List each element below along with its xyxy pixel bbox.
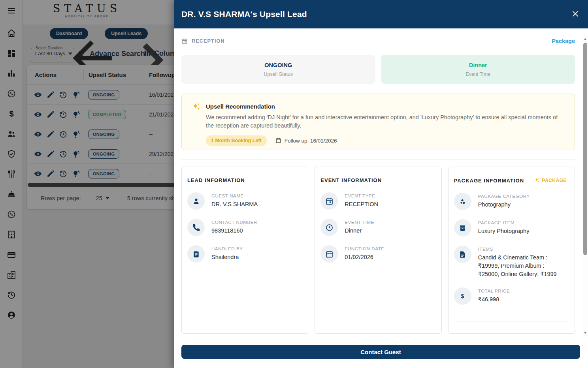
upsell-status-value: ONGOING bbox=[264, 62, 292, 68]
modal-title: DR. V.S SHARMA's Upsell Lead bbox=[181, 9, 307, 19]
close-icon[interactable] bbox=[571, 9, 580, 18]
card-title: LEAD INFORMATION bbox=[187, 177, 245, 183]
scroll-up-icon[interactable] bbox=[584, 38, 587, 40]
info-item: EVENT TIME Dinner bbox=[320, 219, 433, 236]
info-cards: LEAD INFORMATION GUEST NAME DR. V.S SHAR… bbox=[181, 167, 575, 334]
package-badge: PACKAGE bbox=[534, 177, 567, 184]
calendar-icon bbox=[181, 38, 188, 44]
sparkles-icon bbox=[534, 177, 540, 184]
lead-information-card: LEAD INFORMATION GUEST NAME DR. V.S SHAR… bbox=[181, 167, 308, 334]
contact-guest-button[interactable]: Contact Guest bbox=[181, 345, 580, 359]
scroll-down-icon[interactable] bbox=[584, 332, 587, 334]
card-title: PACKAGE INFORMATION bbox=[454, 178, 524, 184]
section-label: RECEPTION bbox=[192, 38, 225, 44]
shapes-icon bbox=[454, 193, 471, 210]
card-title: EVENT INFORMATION bbox=[320, 177, 382, 183]
document-icon bbox=[454, 246, 471, 263]
info-item: HANDLED BY Shailendra bbox=[187, 245, 300, 263]
upsell-status-label: Upsell Status bbox=[264, 71, 293, 77]
person-icon bbox=[187, 192, 205, 210]
recommendation-title: Upsell Recommendation bbox=[206, 103, 564, 110]
info-item: PACKAGE CATEGORY Photography bbox=[454, 193, 567, 210]
event-information-card: EVENT INFORMATION EVENT TYPE RECEPTION E… bbox=[315, 167, 441, 334]
event-section-row: RECEPTION Package bbox=[181, 36, 575, 47]
dollar-circle-icon bbox=[454, 287, 471, 305]
box-icon bbox=[454, 219, 471, 237]
followup-info: Follow up: 16/01/2026 bbox=[275, 138, 337, 144]
info-item: FUNCTION DATE 01/02/2026 bbox=[320, 245, 433, 263]
sparkles-icon bbox=[191, 102, 201, 112]
divider bbox=[454, 321, 569, 321]
recommendation-body: We recommend adding 'DJ Night' for a fun… bbox=[206, 113, 564, 130]
event-time-label: Event Time bbox=[466, 71, 490, 77]
info-item: CONTACT NUMBER 9839118160 bbox=[187, 219, 300, 236]
scrollbar-thumb[interactable] bbox=[583, 43, 587, 255]
info-item: PACKAGE ITEM Luxury Photography bbox=[454, 219, 567, 237]
upsell-status-card: ONGOING Upsell Status bbox=[181, 55, 375, 84]
info-item: TOTAL PRICE ₹46,998 bbox=[454, 287, 567, 305]
divider bbox=[181, 160, 575, 160]
status-cards: ONGOING Upsell Status Dinner Event Time bbox=[181, 55, 575, 84]
clipboard-icon bbox=[187, 245, 205, 263]
event-time-value: Dinner bbox=[469, 62, 487, 68]
upsell-lead-modal: DR. V.S SHARMA's Upsell Lead RECEPTION P… bbox=[174, 0, 588, 368]
calendar-event-icon bbox=[320, 192, 338, 210]
info-item: EVENT TYPE RECEPTION bbox=[320, 192, 433, 210]
calendar-icon bbox=[320, 245, 338, 263]
modal-scrollbar[interactable] bbox=[582, 35, 588, 336]
info-item: ITEMS Candid & Cinematic Team : ₹19999, … bbox=[454, 246, 567, 278]
package-link[interactable]: Package bbox=[552, 38, 575, 44]
info-item: GUEST NAME DR. V.S SHARMA bbox=[187, 192, 300, 210]
event-time-card: Dinner Event Time bbox=[381, 55, 575, 84]
booking-left-badge: 1 Month Booking Left bbox=[206, 135, 267, 146]
phone-icon bbox=[187, 219, 205, 236]
clock-icon bbox=[320, 219, 338, 236]
calendar-icon bbox=[275, 137, 281, 143]
modal-header: DR. V.S SHARMA's Upsell Lead bbox=[174, 0, 588, 28]
upsell-recommendation-box: Upsell Recommendation We recommend addin… bbox=[181, 94, 575, 150]
package-information-card: PACKAGE INFORMATION PACKAGE PACKAGE CATE… bbox=[448, 167, 575, 334]
